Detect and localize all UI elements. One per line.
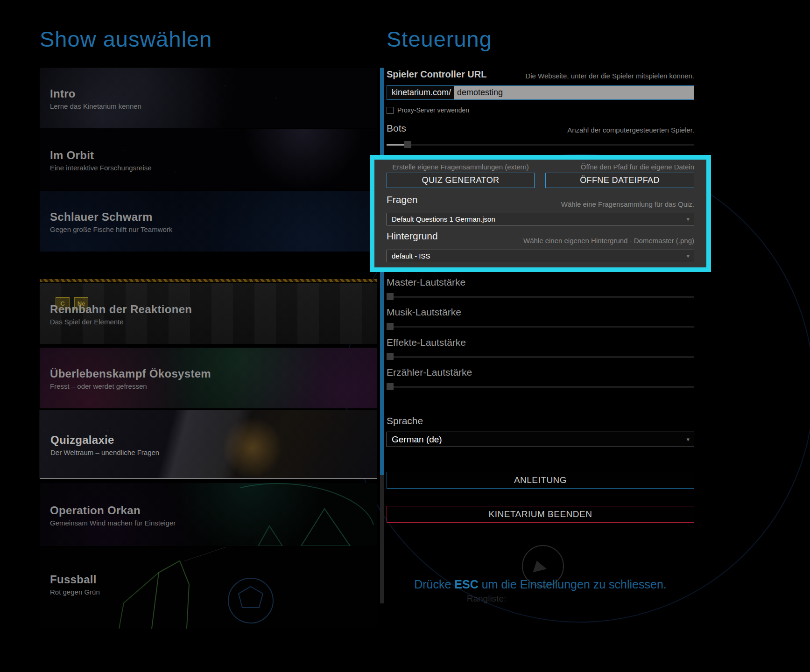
show-subtitle: Das Spiel der Elemente <box>50 318 377 326</box>
hintergrund-hint: Wähle einen eigenen Hintergrund - Domema… <box>523 237 694 245</box>
effects-volume-slider[interactable] <box>387 353 694 360</box>
show-item-operation-orkan[interactable]: Operation Orkan Gemeinsam Wind machen fü… <box>40 483 377 546</box>
show-title: Im Orbit <box>50 149 377 162</box>
list-divider <box>40 279 377 282</box>
hintergrund-select[interactable]: default - ISS ▾ <box>387 250 694 262</box>
slider-thumb[interactable] <box>387 323 394 330</box>
bots-hint: Anzahl der computergesteuerten Spieler. <box>567 126 694 134</box>
quiz-generator-button[interactable]: QUIZ GENERATOR <box>387 173 535 188</box>
narrator-volume-label: Erzähler-Lautstärke <box>387 367 694 378</box>
url-value-selected[interactable]: demotesting <box>454 86 694 99</box>
show-subtitle: Fresst – oder werdet gefressen <box>50 382 377 390</box>
bots-slider[interactable] <box>387 141 694 148</box>
language-select[interactable]: German (de) ▾ <box>387 432 694 447</box>
url-label-row: Spieler Controller URL Die Webseite, unt… <box>387 69 694 80</box>
url-label: Spieler Controller URL <box>387 69 486 80</box>
bots-slider-thumb[interactable] <box>404 141 411 148</box>
quit-kinetarium-button[interactable]: KINETARIUM BEENDEN <box>387 506 694 523</box>
fragen-select[interactable]: Default Questions 1 German.json ▾ <box>387 213 694 225</box>
open-filepath-button[interactable]: ÖFFNE DATEIPFAD <box>545 173 694 188</box>
proxy-checkbox-label: Proxy-Server verwenden <box>397 106 469 114</box>
show-item-fussball[interactable]: Fussball Rot gegen Grün <box>40 547 377 629</box>
fragen-label: Fragen <box>387 194 418 205</box>
language-select-value: German (de) <box>392 434 442 445</box>
slider-track[interactable] <box>387 386 694 388</box>
filepath-hint: Öffne den Pfad für die eigene Datein <box>545 163 694 171</box>
slider-thumb[interactable] <box>387 293 394 300</box>
settings-screen: Rangliste: Show auswählen Steuerung Intr… <box>0 0 810 672</box>
slider-track[interactable] <box>387 296 694 298</box>
master-volume-slider[interactable] <box>387 293 694 300</box>
master-volume-label: Master-Lautstärke <box>387 277 694 288</box>
background-rangliste-label: Rangliste: <box>449 594 524 604</box>
show-title: Intro <box>50 87 377 100</box>
show-title: Operation Orkan <box>50 504 377 517</box>
controls-title: Steuerung <box>387 26 492 52</box>
show-item-im-orbit[interactable]: Im Orbit Eine interaktive Forschungsreis… <box>40 129 377 190</box>
bots-label-row: Bots Anzahl der computergesteuerten Spie… <box>387 123 694 134</box>
hintergrund-label: Hintergrund <box>387 231 438 242</box>
show-subtitle: Eine interaktive Forschungsreise <box>50 164 377 172</box>
show-title: Überlebenskampf Ökosystem <box>50 367 377 380</box>
url-prefix: kinetarium.com/ <box>387 86 454 99</box>
fragen-hint: Wähle eine Fragensammlung für das Quiz. <box>561 200 694 208</box>
hintergrund-select-value: default - ISS <box>392 252 430 260</box>
bots-slider-track[interactable] <box>387 144 694 146</box>
show-subtitle: Lerne das Kinetarium kennen <box>50 102 377 110</box>
chevron-down-icon: ▾ <box>686 435 690 442</box>
show-item-quizgalaxie-selected[interactable]: Quizgalaxie Der Weltraum – unendliche Fr… <box>40 410 377 479</box>
show-item-intro[interactable]: Intro Lerne das Kinetarium kennen <box>40 68 377 128</box>
controller-url-input[interactable]: kinetarium.com/ demotesting <box>387 85 694 100</box>
chevron-down-icon: ▾ <box>686 215 690 222</box>
show-select-title: Show auswählen <box>40 26 212 52</box>
show-item-schlauer-schwarm[interactable]: Schlauer Schwarm Gegen große Fische hilf… <box>40 191 377 252</box>
quiz-settings-highlight-box: Erstelle eigene Fragensammlungen (extern… <box>370 155 711 272</box>
quiz-generator-hint: Erstelle eigene Fragensammlungen (extern… <box>387 163 535 171</box>
music-volume-label: Musik-Lautstärke <box>387 307 694 318</box>
show-subtitle: Gegen große Fische hilft nur Teamwork <box>50 225 377 233</box>
show-list-scrollbar-track[interactable] <box>380 68 384 603</box>
proxy-checkbox[interactable] <box>387 107 394 114</box>
slider-track[interactable] <box>387 326 694 328</box>
show-subtitle: Gemeinsam Wind machen für Einsteiger <box>50 519 377 527</box>
show-title: Quizgalaxie <box>50 434 377 447</box>
show-title: Fussball <box>50 573 377 586</box>
language-label: Sprache <box>387 415 694 427</box>
effects-volume-label: Effekte-Lautstärke <box>387 337 694 348</box>
slider-thumb[interactable] <box>387 353 394 360</box>
esc-hint-prefix: Drücke <box>414 578 454 591</box>
fragen-select-value: Default Questions 1 German.json <box>392 215 495 223</box>
anleitung-button[interactable]: ANLEITUNG <box>387 472 694 489</box>
esc-key-label: ESC <box>454 578 478 591</box>
slider-thumb[interactable] <box>387 383 394 390</box>
show-title: Rennbahn der Reaktionen <box>50 303 377 316</box>
esc-close-hint: Drücke ESC um die Einstellungen zu schli… <box>387 578 694 591</box>
url-hint: Die Webseite, unter der die Spieler mits… <box>525 72 694 80</box>
show-item-oekosystem[interactable]: Überlebenskampf Ökosystem Fresst – oder … <box>40 348 377 408</box>
bots-label: Bots <box>387 123 406 134</box>
chevron-down-icon: ▾ <box>686 252 690 259</box>
show-subtitle: Der Weltraum – unendliche Fragen <box>50 448 377 456</box>
esc-hint-suffix: um die Einstellungen zu schliessen. <box>479 578 667 591</box>
show-title: Schlauer Schwarm <box>50 210 377 224</box>
show-subtitle: Rot gegen Grün <box>50 588 377 596</box>
narrator-volume-slider[interactable] <box>387 383 694 390</box>
proxy-checkbox-row[interactable]: Proxy-Server verwenden <box>387 106 694 114</box>
slider-track[interactable] <box>387 356 694 358</box>
music-volume-slider[interactable] <box>387 323 694 330</box>
show-item-rennbahn[interactable]: C Ne Rennbahn der Reaktionen Das Spiel d… <box>40 283 377 344</box>
